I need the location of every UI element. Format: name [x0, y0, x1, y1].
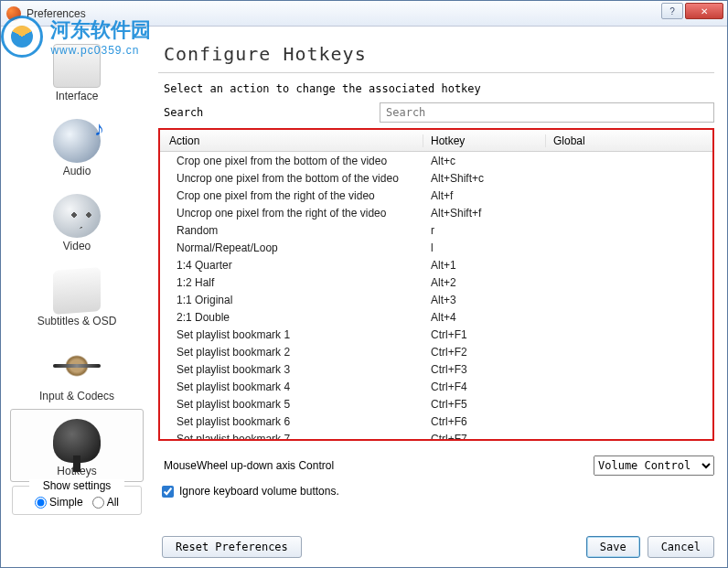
hotkey-table: Action Hotkey Global Crop one pixel from…	[158, 128, 714, 441]
table-row[interactable]: Set playlist bookmark 1Ctrl+F1	[160, 326, 712, 343]
cell-action: Uncrop one pixel from the right of the v…	[160, 207, 423, 220]
page-title: Configure Hotkeys	[164, 43, 714, 65]
sidebar-item-label: Video	[63, 240, 91, 252]
sidebar-item-audio[interactable]: Audio	[10, 109, 144, 182]
show-settings-legend: Show settings	[29, 479, 124, 492]
table-row[interactable]: 1:1 OriginalAlt+3	[160, 291, 712, 308]
window-title: Preferences	[27, 7, 86, 20]
col-hotkey[interactable]: Hotkey	[423, 134, 546, 147]
sidebar-item-video[interactable]: Video	[10, 184, 144, 257]
video-icon	[53, 194, 101, 238]
table-row[interactable]: Set playlist bookmark 4Ctrl+F4	[160, 378, 712, 395]
divider	[158, 72, 714, 73]
cell-hotkey: Ctrl+F3	[423, 363, 546, 376]
main-panel: Configure Hotkeys Select an action to ch…	[153, 27, 727, 567]
cell-action: Set playlist bookmark 3	[160, 363, 423, 376]
app-icon	[6, 6, 21, 21]
cell-hotkey: Ctrl+F6	[423, 415, 546, 428]
mousewheel-label: MouseWheel up-down axis Control	[158, 459, 594, 472]
cancel-button[interactable]: Cancel	[648, 536, 714, 558]
sidebar-item-codecs[interactable]: Input & Codecs	[10, 334, 144, 407]
col-action[interactable]: Action	[160, 134, 423, 147]
audio-icon	[53, 119, 101, 163]
table-row[interactable]: Crop one pixel from the bottom of the vi…	[160, 152, 712, 169]
table-row[interactable]: 1:2 HalfAlt+2	[160, 273, 712, 291]
preferences-window: Preferences ? ✕ 河东软件园 www.pc0359.cn Inte…	[0, 0, 728, 568]
sidebar-item-label: Interface	[56, 90, 99, 102]
instruction-text: Select an action to change the associate…	[164, 82, 714, 95]
table-body[interactable]: Crop one pixel from the bottom of the vi…	[160, 152, 712, 439]
cell-action: 1:4 Quarter	[160, 259, 423, 272]
table-row[interactable]: Normal/Repeat/Loopl	[160, 239, 712, 256]
mousewheel-select[interactable]: Volume Control	[594, 455, 714, 476]
sidebar-item-label: Input & Codecs	[39, 390, 114, 402]
footer: Reset Preferences Save Cancel	[162, 536, 714, 558]
cell-hotkey: Ctrl+F4	[423, 380, 546, 393]
table-header: Action Hotkey Global	[160, 130, 712, 152]
cell-action: Set playlist bookmark 1	[160, 328, 423, 341]
cell-hotkey: Ctrl+F1	[423, 328, 546, 341]
cell-hotkey: r	[423, 224, 546, 237]
cell-hotkey: Alt+Shift+f	[423, 207, 546, 220]
table-row[interactable]: Randomr	[160, 221, 712, 239]
cell-action: 1:2 Half	[160, 276, 423, 289]
sidebar-item-label: Audio	[63, 165, 91, 177]
search-label: Search	[158, 106, 370, 119]
cell-hotkey: Ctrl+F7	[423, 433, 546, 440]
titlebar[interactable]: Preferences ? ✕	[1, 1, 727, 27]
cell-action: Uncrop one pixel from the bottom of the …	[160, 172, 423, 185]
radio-simple[interactable]: Simple	[35, 496, 83, 509]
show-settings-group: Show settings Simple All	[12, 486, 142, 515]
cell-action: Normal/Repeat/Loop	[160, 241, 423, 254]
radio-all[interactable]: All	[92, 496, 119, 509]
cell-action: Crop one pixel from the bottom of the vi…	[160, 155, 423, 167]
sidebar-item-hotkeys[interactable]: Hotkeys	[10, 409, 144, 482]
sidebar-item-interface[interactable]: Interface	[10, 34, 144, 107]
table-row[interactable]: 2:1 DoubleAlt+4	[160, 308, 712, 326]
cell-action: Set playlist bookmark 4	[160, 380, 423, 393]
hotkeys-icon	[53, 419, 101, 463]
col-global[interactable]: Global	[546, 134, 712, 147]
interface-icon	[53, 44, 101, 88]
sidebar-item-subtitles[interactable]: Subtitles & OSD	[10, 259, 144, 332]
table-row[interactable]: Set playlist bookmark 3Ctrl+F3	[160, 360, 712, 378]
cell-action: 2:1 Double	[160, 311, 423, 324]
cell-hotkey: l	[423, 241, 546, 254]
table-row[interactable]: Uncrop one pixel from the bottom of the …	[160, 169, 712, 187]
cell-action: Set playlist bookmark 7	[160, 433, 423, 440]
table-row[interactable]: Set playlist bookmark 7Ctrl+F7	[160, 430, 712, 439]
subtitles-icon	[53, 267, 101, 315]
sidebar: Interface Audio Video Subtitles & OSD In…	[1, 27, 153, 567]
close-button[interactable]: ✕	[685, 3, 723, 19]
cell-action: Set playlist bookmark 6	[160, 415, 423, 428]
cell-hotkey: Alt+1	[423, 259, 546, 272]
table-row[interactable]: Uncrop one pixel from the right of the v…	[160, 204, 712, 221]
cell-action: Set playlist bookmark 5	[160, 398, 423, 411]
cell-action: Set playlist bookmark 2	[160, 346, 423, 359]
table-row[interactable]: Set playlist bookmark 5Ctrl+F5	[160, 395, 712, 413]
table-row[interactable]: Set playlist bookmark 6Ctrl+F6	[160, 413, 712, 430]
cell-action: 1:1 Original	[160, 294, 423, 306]
table-row[interactable]: Crop one pixel from the right of the vid…	[160, 187, 712, 204]
search-input[interactable]	[380, 102, 714, 123]
cell-hotkey: Alt+c	[423, 155, 546, 167]
sidebar-item-label: Subtitles & OSD	[37, 315, 117, 327]
save-button[interactable]: Save	[586, 536, 640, 558]
cell-hotkey: Alt+Shift+c	[423, 172, 546, 185]
codecs-icon	[53, 344, 101, 388]
help-button[interactable]: ?	[661, 3, 683, 19]
cell-hotkey: Ctrl+F2	[423, 346, 546, 359]
cell-hotkey: Alt+4	[423, 311, 546, 324]
table-row[interactable]: Set playlist bookmark 2Ctrl+F2	[160, 343, 712, 360]
reset-button[interactable]: Reset Preferences	[162, 536, 302, 558]
ignore-keyboard-checkbox[interactable]: Ignore keyboard volume buttons.	[162, 485, 714, 498]
cell-action: Crop one pixel from the right of the vid…	[160, 189, 423, 202]
cell-hotkey: Alt+3	[423, 294, 546, 306]
cell-hotkey: Ctrl+F5	[423, 398, 546, 411]
cell-hotkey: Alt+f	[423, 189, 546, 202]
cell-hotkey: Alt+2	[423, 276, 546, 289]
cell-action: Random	[160, 224, 423, 237]
table-row[interactable]: 1:4 QuarterAlt+1	[160, 256, 712, 273]
